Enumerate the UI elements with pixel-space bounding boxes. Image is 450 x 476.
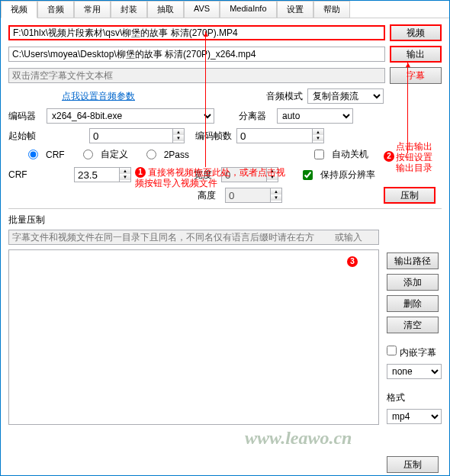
twopass-radio-label: 2Pass: [164, 150, 189, 160]
keep-res-checkbox[interactable]: [303, 170, 313, 180]
output-button[interactable]: 输出: [390, 46, 442, 63]
crf-label: CRF: [8, 169, 42, 180]
custom-radio[interactable]: [83, 150, 93, 159]
compress2-button[interactable]: 压制: [387, 456, 439, 473]
subtitle-input[interactable]: [8, 68, 385, 83]
tab-audio[interactable]: 音频: [37, 1, 74, 18]
tab-help[interactable]: 帮助: [313, 1, 350, 18]
auto-shutdown-label: 自动关机: [332, 148, 368, 161]
demuxer-select[interactable]: auto: [277, 108, 353, 124]
tab-video[interactable]: 视频: [1, 1, 37, 18]
embed-sub-label: 内嵌字幕: [400, 347, 436, 358]
clear-button[interactable]: 清空: [387, 317, 439, 333]
format-label: 格式: [387, 391, 442, 404]
format-select[interactable]: mp4: [387, 409, 442, 424]
width-spinner[interactable]: ▲▼: [221, 167, 278, 182]
output-path-input[interactable]: [8, 47, 385, 62]
arrow-1: [205, 31, 206, 167]
width-label: 宽度: [194, 169, 217, 182]
start-frame-label: 起始帧: [8, 130, 42, 143]
keep-res-label: 保持原分辨率: [320, 169, 375, 182]
embed-sub-checkbox[interactable]: [387, 346, 397, 355]
crf-spinner[interactable]: ▲▼: [74, 167, 131, 182]
crf-radio-label: CRF: [46, 150, 65, 160]
frame-count-label: 编码帧数: [195, 130, 232, 143]
tab-avs[interactable]: AVS: [184, 1, 220, 18]
tab-mediainfo[interactable]: MediaInfo: [220, 1, 276, 18]
tab-mux[interactable]: 封装: [111, 1, 147, 18]
auto-shutdown-checkbox[interactable]: [314, 150, 324, 159]
height-spinner[interactable]: ▲▼: [225, 188, 282, 203]
tab-extract[interactable]: 抽取: [147, 1, 184, 18]
arrow-2: [407, 62, 408, 153]
watermark: www.leawo.cn: [245, 428, 352, 449]
video-button[interactable]: 视频: [390, 24, 442, 41]
twopass-radio[interactable]: [146, 150, 156, 159]
tab-common[interactable]: 常用: [74, 1, 111, 18]
audio-params-link[interactable]: 点我设置音频参数: [62, 90, 135, 103]
add-button[interactable]: 添加: [387, 274, 439, 291]
encoder-select[interactable]: x264_64-8bit.exe: [47, 108, 214, 124]
encoder-label: 编码器: [8, 110, 42, 123]
audio-mode-label: 音频模式: [266, 90, 303, 103]
batch-list[interactable]: [8, 249, 379, 425]
sub-mode-select[interactable]: none: [387, 364, 442, 379]
batch-label: 批量压制: [8, 214, 442, 227]
video-path-input[interactable]: [8, 25, 385, 40]
custom-radio-label: 自定义: [101, 148, 128, 161]
tab-settings[interactable]: 设置: [277, 1, 313, 18]
demuxer-label: 分离器: [239, 110, 272, 123]
height-label: 高度: [198, 189, 220, 202]
crf-radio[interactable]: [28, 150, 38, 159]
subtitle-button[interactable]: 字幕: [390, 67, 442, 84]
audio-mode-select[interactable]: 复制音频流: [307, 88, 384, 104]
start-frame-spinner[interactable]: ▲▼: [89, 128, 185, 143]
delete-button[interactable]: 删除: [387, 295, 439, 312]
tab-bar: 视频 音频 常用 封装 抽取 AVS MediaInfo 设置 帮助: [1, 1, 449, 18]
batch-input[interactable]: [8, 230, 379, 245]
frame-count-spinner[interactable]: ▲▼: [236, 128, 324, 143]
output-path-button[interactable]: 输出路径: [387, 252, 439, 269]
compress-button[interactable]: 压制: [384, 187, 436, 204]
